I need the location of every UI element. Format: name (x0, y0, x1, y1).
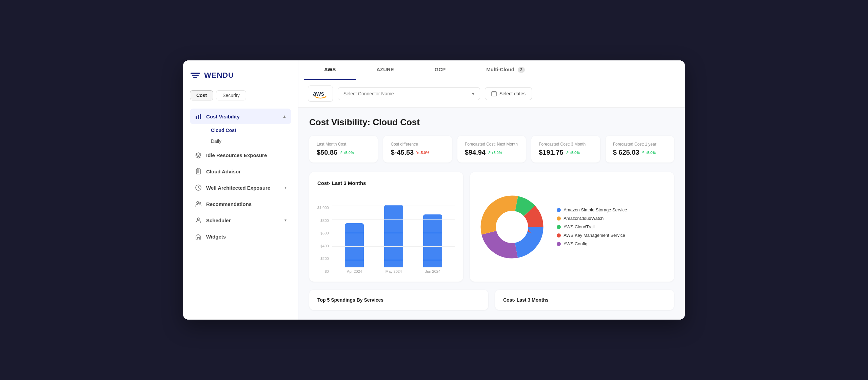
bar-chart-title: Cost- Last 3 Months (317, 180, 455, 186)
cost-card-value-2: $94.94 ↗ +5.0% (465, 149, 518, 156)
svg-rect-14 (492, 92, 496, 96)
chart-icon (195, 113, 202, 120)
tab-gcp[interactable]: GCP (414, 60, 466, 80)
logo-text: WENDU (204, 71, 234, 80)
bar-may (384, 205, 403, 267)
home-icon (195, 233, 202, 240)
legend-dot-cloudwatch (557, 216, 561, 221)
cost-card-diff: Cost difference $-45.53 ↘ -5.0% (383, 136, 452, 163)
svg-point-9 (197, 202, 199, 204)
cost-card-value-1: $-45.53 ↘ -5.0% (391, 149, 444, 156)
bar-chart-card: Cost- Last 3 Months $1,000 $800 $600 $40… (309, 172, 463, 282)
nav-item-cloud-advisor[interactable]: Cloud Advisor (190, 164, 291, 179)
cost-badge-2: ↗ +5.0% (488, 150, 502, 155)
bar-label-apr: Apr 2024 (347, 269, 362, 273)
svg-rect-4 (198, 115, 199, 119)
cost-card-forecast-3m: Forecasted Cost: 3 Month $191.75 ↗ +5.0% (531, 136, 600, 163)
connector-chevron-icon: ▾ (472, 91, 474, 96)
bars-area: Apr 2024 May 2024 Jun 2024 (332, 206, 455, 273)
nav-label-scheduler: Scheduler (206, 217, 280, 223)
logo: WENDU (190, 70, 291, 81)
connector-placeholder: Select Connector Name (343, 91, 394, 96)
date-label: Select dates (499, 91, 526, 96)
nav-sub-cost-visibility: Cloud Cost Daily (190, 125, 291, 147)
content-area: Cost Visibility: Cloud Cost Last Month C… (298, 108, 685, 320)
bottom-card-cost3m: Cost- Last 3 Months (495, 290, 674, 310)
cost-card-label-1: Cost difference (391, 142, 444, 147)
donut-chart-card: Amazon Simple Storage Service AmazonClou… (470, 172, 674, 282)
nav-label-idle: Idle Resources Exposure (206, 152, 287, 158)
bar-apr (345, 223, 364, 267)
svg-marker-13 (326, 96, 327, 98)
chart-legend: Amazon Simple Storage Service AmazonClou… (557, 207, 627, 246)
clock-icon (195, 184, 202, 191)
bottom-card-spendings: Top 5 Spendings By Services (309, 290, 488, 310)
cost-card-value-3: $191.75 ↗ +5.0% (539, 149, 592, 156)
svg-rect-5 (200, 114, 201, 119)
cost-card-label-4: Forecasted Cost: 1 year (613, 142, 667, 147)
tab-cost[interactable]: Cost (190, 90, 213, 100)
tab-aws[interactable]: AWS (304, 60, 356, 80)
multicloud-badge: 2 (518, 67, 525, 73)
tab-switcher: Cost Security (190, 90, 291, 100)
bar-chart-area: $1,000 $800 $600 $400 $200 $0 Apr 20 (317, 192, 455, 273)
tab-multicloud[interactable]: Multi-Cloud 2 (466, 60, 545, 80)
donut-svg (478, 193, 546, 261)
donut-chart (478, 193, 546, 261)
legend-dot-config (557, 242, 561, 246)
connector-select[interactable]: Select Connector Name ▾ (338, 87, 480, 100)
cloud-tabs: AWS AZURE GCP Multi-Cloud 2 (298, 60, 685, 80)
nav-item-widgets[interactable]: Widgets (190, 229, 291, 244)
layers-icon (195, 151, 202, 159)
cost-badge-1: ↘ -5.0% (416, 150, 429, 155)
bar-jun (423, 214, 442, 267)
nav-sub-cloud-cost[interactable]: Cloud Cost (208, 125, 291, 136)
nav-item-recommendations[interactable]: Recommendations (190, 196, 291, 212)
person-icon (195, 216, 202, 224)
legend-cloudtrail: AWS CloudTrail (557, 224, 627, 229)
clipboard-icon (195, 168, 202, 175)
nav-item-scheduler[interactable]: Scheduler ▾ (190, 212, 291, 228)
cost-badge-4: ↗ +5.0% (641, 150, 656, 155)
legend-cloudwatch: AmazonCloudWatch (557, 216, 627, 221)
nav-item-well-architected[interactable]: Well Architected Exposure ▾ (190, 180, 291, 195)
nav-item-idle-resources[interactable]: Idle Resources Exposure (190, 147, 291, 163)
y-axis: $1,000 $800 $600 $400 $200 $0 (317, 206, 332, 273)
bottom-title-spendings: Top 5 Spendings By Services (317, 297, 480, 303)
bottom-title-cost3m: Cost- Last 3 Months (503, 297, 666, 303)
date-select[interactable]: Select dates (485, 87, 532, 100)
svg-point-11 (197, 218, 199, 220)
aws-logo-svg: aws (313, 89, 328, 99)
chevron-down-icon-scheduler: ▾ (284, 218, 287, 223)
svg-rect-3 (196, 116, 197, 119)
bottom-row: Top 5 Spendings By Services Cost- Last 3… (309, 290, 674, 310)
tab-security[interactable]: Security (216, 90, 246, 100)
page-title: Cost Visibility: Cloud Cost (309, 117, 674, 128)
logo-icon (190, 70, 201, 81)
legend-s3: Amazon Simple Storage Service (557, 207, 627, 212)
cost-card-label-2: Forecasted Cost: Next Month (465, 142, 518, 147)
cost-card-label-0: Last Month Cost (317, 142, 370, 147)
chevron-down-icon: ▾ (284, 185, 287, 190)
legend-kms: AWS Key Management Service (557, 233, 627, 238)
svg-rect-0 (191, 73, 200, 74)
cost-badge-0: ↗ +5.0% (339, 150, 354, 155)
bar-chart-inner: $1,000 $800 $600 $400 $200 $0 Apr 20 (317, 192, 455, 273)
bar-group-apr: Apr 2024 (339, 223, 370, 273)
charts-row: Cost- Last 3 Months $1,000 $800 $600 $40… (309, 172, 674, 282)
svg-text:aws: aws (313, 90, 324, 97)
nav-item-cost-visibility[interactable]: Cost Visibility ▲ (190, 109, 291, 124)
nav-label-well-architected: Well Architected Exposure (206, 185, 280, 191)
svg-point-10 (199, 202, 201, 204)
legend-config: AWS Config (557, 241, 627, 246)
sidebar: WENDU Cost Security Cost Visibility ▲ Cl… (183, 60, 298, 320)
tab-azure[interactable]: AZURE (356, 60, 414, 80)
cost-card-forecast-next: Forecasted Cost: Next Month $94.94 ↗ +5.… (457, 136, 526, 163)
nav-label-cloud-advisor: Cloud Advisor (206, 169, 287, 174)
cost-card-value-0: $50.86 ↗ +5.0% (317, 149, 370, 156)
cost-card-label-3: Forecasted Cost: 3 Month (539, 142, 592, 147)
nav-label-recommendations: Recommendations (206, 201, 287, 207)
cost-card-value-4: $ 625.03 ↗ +5.0% (613, 149, 667, 156)
nav-sub-daily[interactable]: Daily (208, 136, 291, 147)
main-content: AWS AZURE GCP Multi-Cloud 2 aws (298, 60, 685, 320)
